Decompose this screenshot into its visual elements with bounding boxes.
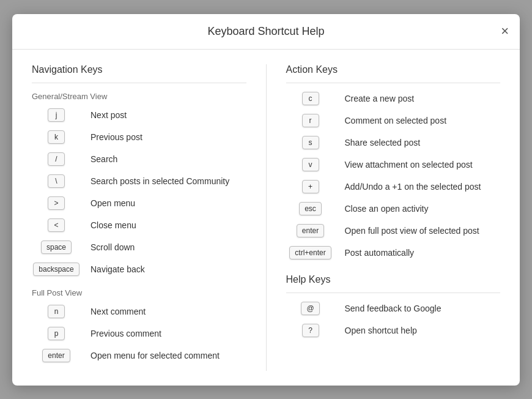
key-s: s — [302, 136, 319, 149]
help-divider — [286, 293, 501, 293]
shortcut-row: / Search — [32, 152, 246, 166]
key-area: / — [32, 152, 81, 166]
shortcut-label: View attachment on selected post — [345, 160, 473, 170]
key-area: v — [286, 158, 335, 171]
key-area: j — [32, 108, 81, 122]
nav-divider — [32, 83, 246, 83]
key-plus: + — [302, 180, 319, 193]
key-enter-fp: enter — [42, 349, 70, 362]
key-area: > — [32, 196, 81, 210]
key-slash: / — [48, 152, 65, 166]
key-at: @ — [301, 302, 319, 315]
shortcut-row: v View attachment on selected post — [286, 158, 501, 171]
key-area: c — [286, 92, 335, 105]
shortcut-label: Navigate back — [91, 264, 145, 274]
key-area: + — [286, 180, 335, 193]
shortcut-label: Open full post view of selected post — [345, 226, 479, 236]
shortcut-label: Post automatically — [345, 248, 415, 258]
key-question: ? — [302, 324, 319, 337]
key-c: c — [302, 92, 319, 105]
shortcut-label: Next post — [91, 110, 127, 120]
key-backslash: \ — [48, 174, 65, 188]
shortcut-row: < Close menu — [32, 218, 246, 232]
shortcut-row: enter Open menu for selected comment — [32, 349, 246, 362]
full-post-view-section: Full Post View n Next comment p Previous… — [32, 288, 246, 362]
shortcut-label: Open menu — [91, 198, 135, 208]
shortcut-label: Previous comment — [91, 329, 161, 338]
key-esc: esc — [299, 202, 322, 215]
key-area: ? — [286, 324, 335, 337]
shortcut-row: j Next post — [32, 108, 246, 122]
key-area: s — [286, 136, 335, 149]
shortcut-label: Scroll down — [91, 242, 135, 252]
modal-body: Navigation Keys General/Stream View j Ne… — [12, 50, 520, 386]
shortcut-row: > Open menu — [32, 196, 246, 210]
navigation-keys-section: Navigation Keys General/Stream View j Ne… — [32, 64, 246, 371]
key-enter: enter — [297, 224, 324, 237]
shortcut-row: p Previous comment — [32, 327, 246, 340]
key-r: r — [302, 114, 319, 127]
help-keys-section: Help Keys @ Send feedback to Google ? Op… — [286, 274, 501, 337]
key-area: ctrl+enter — [286, 246, 335, 259]
shortcut-label: Open shortcut help — [345, 326, 417, 335]
action-divider — [286, 83, 501, 83]
key-area: k — [32, 130, 81, 144]
modal-header: Keyboard Shortcut Help × — [12, 14, 520, 50]
navigation-keys-title: Navigation Keys — [32, 64, 246, 75]
shortcut-row: enter Open full post view of selected po… — [286, 224, 501, 237]
key-area: esc — [286, 202, 335, 215]
shortcut-row: esc Close an open activity — [286, 202, 501, 215]
keyboard-shortcut-modal: Keyboard Shortcut Help × Navigation Keys… — [12, 14, 520, 386]
key-j: j — [48, 108, 65, 122]
shortcut-row: c Create a new post — [286, 92, 501, 105]
key-area: enter — [32, 349, 81, 362]
right-column: Action Keys c Create a new post r Commen… — [266, 64, 501, 371]
key-backspace: backspace — [33, 263, 79, 276]
key-area: backspace — [32, 263, 81, 276]
key-k: k — [48, 130, 65, 144]
modal-overlay: Keyboard Shortcut Help × Navigation Keys… — [0, 0, 532, 399]
key-area: enter — [286, 224, 335, 237]
shortcut-row: s Share selected post — [286, 136, 501, 149]
key-p: p — [48, 327, 65, 340]
general-view-subtitle: General/Stream View — [32, 92, 246, 101]
key-n: n — [48, 305, 65, 318]
shortcut-label: Previous post — [91, 132, 142, 142]
shortcut-row: @ Send feedback to Google — [286, 302, 501, 315]
key-area: p — [32, 327, 81, 340]
shortcut-row: backspace Navigate back — [32, 263, 246, 276]
shortcut-row: + Add/Undo a +1 on the selected post — [286, 180, 501, 193]
shortcut-label: Create a new post — [345, 94, 415, 103]
shortcut-label: Send feedback to Google — [345, 304, 441, 313]
full-post-view-subtitle: Full Post View — [32, 288, 246, 297]
shortcut-label: Add/Undo a +1 on the selected post — [345, 182, 481, 192]
key-area: \ — [32, 174, 81, 188]
key-gt: > — [48, 196, 65, 210]
shortcut-label: Comment on selected post — [345, 116, 447, 125]
shortcut-label: Open menu for selected comment — [91, 351, 220, 360]
key-area: < — [32, 218, 81, 232]
shortcut-row: space Scroll down — [32, 241, 246, 254]
shortcut-label: Share selected post — [345, 138, 421, 147]
key-v: v — [302, 158, 319, 171]
shortcut-label: Next comment — [91, 307, 146, 316]
shortcut-label: Search posts in selected Community — [91, 176, 229, 186]
shortcut-label: Close menu — [91, 220, 136, 230]
key-area: r — [286, 114, 335, 127]
key-area: @ — [286, 302, 335, 315]
shortcut-row: \ Search posts in selected Community — [32, 174, 246, 188]
key-space: space — [41, 241, 72, 254]
shortcut-row: k Previous post — [32, 130, 246, 144]
shortcut-row: n Next comment — [32, 305, 246, 318]
modal-title: Keyboard Shortcut Help — [207, 25, 324, 38]
key-lt: < — [48, 218, 65, 232]
action-keys-title: Action Keys — [286, 64, 501, 75]
shortcut-label: Close an open activity — [345, 204, 429, 214]
close-button[interactable]: × — [501, 24, 509, 38]
help-keys-title: Help Keys — [286, 274, 501, 285]
shortcut-label: Search — [91, 154, 117, 164]
key-area: space — [32, 241, 81, 254]
shortcut-row: r Comment on selected post — [286, 114, 501, 127]
shortcut-row: ctrl+enter Post automatically — [286, 246, 501, 259]
key-ctrl-enter: ctrl+enter — [289, 246, 331, 259]
